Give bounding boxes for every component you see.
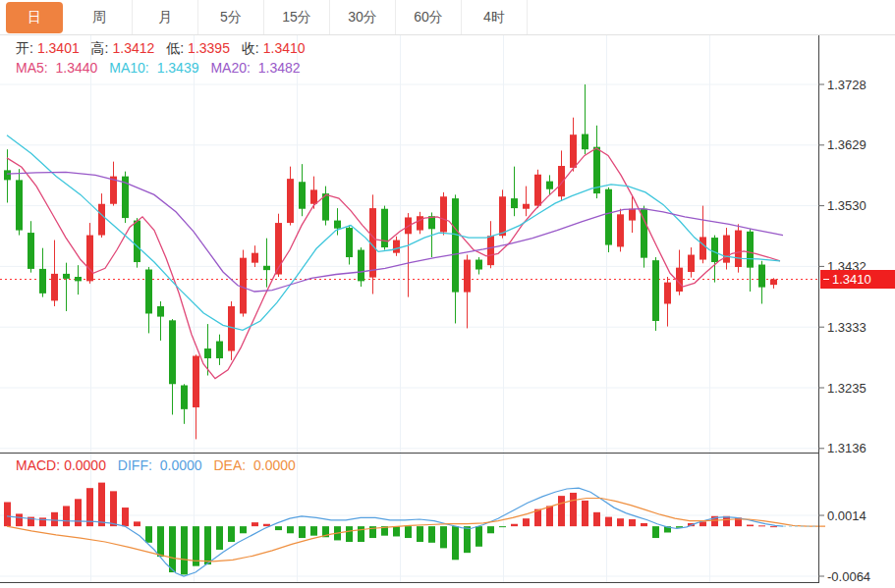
candle bbox=[28, 233, 34, 269]
candle bbox=[452, 198, 459, 293]
candle bbox=[252, 253, 258, 263]
tab-label: 4时 bbox=[483, 9, 505, 27]
candle bbox=[523, 204, 530, 209]
macd-bar bbox=[299, 526, 306, 538]
macd-bar bbox=[310, 526, 317, 536]
candle bbox=[4, 170, 11, 180]
macd-bar bbox=[51, 512, 58, 526]
candle bbox=[16, 180, 23, 230]
candle bbox=[75, 277, 82, 281]
macd-bar bbox=[169, 526, 176, 572]
axis-label: 1.3235 bbox=[827, 381, 867, 396]
candle bbox=[475, 260, 482, 270]
candle bbox=[546, 182, 553, 189]
candle bbox=[735, 231, 742, 267]
candle bbox=[299, 182, 306, 208]
macd-bar bbox=[75, 499, 82, 526]
tab-label: 日 bbox=[28, 9, 41, 27]
tab-week[interactable]: 周 bbox=[67, 0, 133, 34]
macd-bar bbox=[523, 518, 530, 526]
trading-chart-app: 1.37281.36291.35301.34321.33331.32351.31… bbox=[0, 0, 895, 588]
candle bbox=[617, 214, 624, 246]
candle bbox=[134, 221, 140, 262]
macd-bar bbox=[617, 518, 624, 526]
tab-4hour[interactable]: 4时 bbox=[462, 0, 528, 34]
candle bbox=[558, 166, 565, 196]
macd-bar bbox=[417, 526, 423, 542]
axis-label: 1.3136 bbox=[827, 441, 867, 455]
macd-bar bbox=[110, 491, 117, 526]
macd-bar bbox=[452, 526, 459, 560]
macd-bar bbox=[570, 493, 577, 526]
dea-value: 0.0000 bbox=[253, 457, 296, 473]
diff-label: DIFF: bbox=[118, 457, 152, 473]
open-label: 开: bbox=[16, 40, 33, 56]
macd-bar bbox=[593, 512, 600, 526]
tab-60min[interactable]: 60分 bbox=[396, 0, 462, 34]
macd-bar bbox=[475, 526, 482, 547]
macd-lines-layer bbox=[7, 488, 825, 576]
diff-value: 0.0000 bbox=[160, 457, 202, 473]
candle bbox=[287, 179, 294, 223]
tab-5min[interactable]: 5分 bbox=[198, 0, 264, 34]
candle bbox=[699, 237, 706, 259]
candle bbox=[216, 342, 223, 358]
ma-legend-row: MA5: 1.3440 MA10: 1.3439 MA20: 1.3482 bbox=[16, 60, 308, 76]
candle bbox=[193, 356, 199, 407]
macd-bar bbox=[405, 526, 412, 538]
macd-bar bbox=[346, 526, 353, 542]
candle bbox=[263, 266, 270, 270]
macd-bar bbox=[16, 513, 23, 526]
macd-bar bbox=[275, 526, 282, 530]
candle bbox=[204, 348, 211, 358]
ma10-value: 1.3439 bbox=[157, 60, 199, 76]
macd-bar bbox=[216, 526, 223, 550]
macd-bar bbox=[204, 526, 211, 564]
macd-bar bbox=[252, 522, 258, 526]
tab-day[interactable]: 日 bbox=[6, 2, 63, 33]
candle bbox=[499, 196, 506, 236]
ohlc-row: 开:1.3401 高:1.3412 低:1.3395 收:1.3410 bbox=[16, 40, 313, 58]
tab-30min[interactable]: 30分 bbox=[330, 0, 396, 34]
macd-bar bbox=[440, 526, 447, 548]
tab-15min[interactable]: 15分 bbox=[264, 0, 330, 34]
candle bbox=[228, 306, 235, 351]
candle bbox=[652, 260, 659, 321]
candle bbox=[487, 236, 494, 265]
macd-bar bbox=[240, 526, 247, 533]
candle bbox=[51, 274, 58, 300]
axis-label: -0.0064 bbox=[827, 569, 870, 584]
macd-label: MACD: bbox=[16, 457, 60, 473]
axis-label: 1.3629 bbox=[827, 137, 867, 152]
candle bbox=[534, 175, 541, 206]
close-label: 收: bbox=[242, 40, 259, 56]
candle bbox=[440, 196, 447, 232]
tab-label: 周 bbox=[92, 9, 106, 27]
macd-bar bbox=[358, 526, 364, 542]
macd-bar bbox=[758, 525, 765, 526]
macd-bar bbox=[63, 506, 70, 526]
macd-bar bbox=[605, 517, 612, 527]
candle bbox=[511, 198, 518, 208]
macd-bars-layer bbox=[4, 483, 777, 575]
macd-bar bbox=[652, 526, 659, 538]
candle bbox=[334, 221, 341, 229]
ma5-label: MA5: bbox=[16, 60, 48, 76]
candle bbox=[393, 241, 400, 253]
candle bbox=[63, 274, 70, 279]
axis-label: 1.3333 bbox=[827, 320, 867, 335]
axis-label: 1.3530 bbox=[827, 198, 867, 213]
tab-month[interactable]: 月 bbox=[133, 0, 198, 34]
macd-bar bbox=[464, 526, 471, 553]
macd-bar bbox=[629, 519, 636, 526]
ma20-label: MA20: bbox=[210, 60, 250, 76]
candle bbox=[582, 134, 588, 150]
candle bbox=[39, 269, 46, 294]
chart-canvas[interactable]: 1.37281.36291.35301.34321.33331.32351.31… bbox=[0, 0, 895, 588]
current-price-tag: 1.3410 bbox=[820, 270, 895, 289]
high-label: 高: bbox=[91, 40, 109, 56]
candle bbox=[464, 260, 471, 293]
macd-legend-row: MACD:0.0000 DIFF: 0.0000 DEA: 0.0000 bbox=[16, 457, 304, 473]
tab-label: 5分 bbox=[220, 9, 242, 27]
macd-bar bbox=[181, 526, 188, 574]
